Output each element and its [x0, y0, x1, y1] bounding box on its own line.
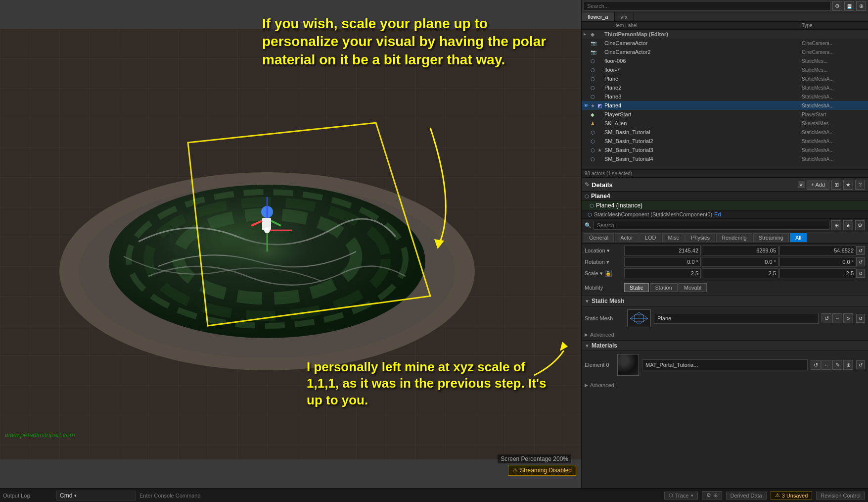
advanced-row-2[interactable]: ▶ Advanced: [582, 381, 868, 390]
bottom-right: ⬡ Trace ▾ ⚙ ⊞ Derived Data ⚠ 3 Unsaved R…: [664, 491, 865, 500]
details-table-btn[interactable]: ⊞: [831, 220, 841, 230]
filter-tab-all[interactable]: All: [790, 233, 807, 242]
list-item[interactable]: ⬡ SM_Basin_Tutorial2 StaticMeshA...: [582, 137, 868, 146]
mobility-static-btn[interactable]: Static: [624, 283, 649, 292]
bottom-bar: Output Log Cmd ▾ ⬡ Trace ▾ ⚙ ⊞ Derived D…: [0, 488, 868, 502]
filter-tab-streaming[interactable]: Streaming: [753, 233, 789, 242]
unsaved-icon: ⚠: [775, 492, 780, 499]
details-search-input[interactable]: [594, 221, 829, 230]
svg-line-13: [251, 221, 262, 226]
static-mesh-browse-btn[interactable]: ↺: [822, 313, 831, 323]
svg-rect-0: [0, 29, 581, 459]
svg-rect-1: [0, 29, 581, 459]
list-item[interactable]: ⬡ SM_Basin_Tutorial4 StaticMeshA...: [582, 154, 868, 163]
filter-tab-misc[interactable]: Misc: [662, 233, 685, 242]
details-close-button[interactable]: ×: [798, 181, 805, 188]
location-x-input[interactable]: [624, 246, 701, 255]
list-item[interactable]: ⬡ Plane2 StaticMeshA...: [582, 83, 868, 92]
static-mesh-use-btn[interactable]: ←: [832, 313, 842, 323]
material-edit-btn[interactable]: ✎: [832, 360, 842, 370]
list-item[interactable]: ⬡ SM_Basin_Tutorial StaticMeshA...: [582, 128, 868, 137]
details-add-button[interactable]: + Add: [807, 180, 829, 190]
settings-icon-2[interactable]: ⊞: [713, 492, 718, 499]
outliner-settings-btn[interactable]: [832, 1, 842, 11]
static-mesh-arrow: ▼: [585, 299, 590, 304]
svg-point-8: [178, 214, 356, 299]
scale-x-input[interactable]: [624, 268, 701, 278]
output-log-label[interactable]: Output Log: [3, 493, 52, 499]
outliner: ⊕ flower_a vfx Item Label Type ▸ ◆ T: [582, 0, 868, 178]
rotation-reset-btn[interactable]: ↺: [856, 257, 865, 266]
details-layout-btn[interactable]: ⊞: [831, 180, 841, 190]
location-z-input[interactable]: [779, 246, 856, 255]
static-mesh-reset-btn[interactable]: ↺: [856, 314, 865, 323]
filter-tab-general[interactable]: General: [584, 233, 614, 242]
mobility-movable-btn[interactable]: Movabl: [679, 283, 707, 292]
outliner-extra-btn[interactable]: ⊕: [856, 1, 866, 11]
materials-section-header[interactable]: ▼ Materials: [582, 340, 868, 351]
list-item[interactable]: ⬡ floor-7 StaticMes...: [582, 65, 868, 74]
static-mesh-label: Static Mesh: [585, 315, 624, 321]
outliner-status: 98 actors (1 selected): [582, 169, 868, 177]
list-item[interactable]: ◆ PlayerStart PlayerStart: [582, 110, 868, 119]
scale-dropdown[interactable]: Scale ▾: [585, 270, 603, 277]
mobility-stationary-btn[interactable]: Station: [650, 283, 678, 292]
rotation-z-input[interactable]: [779, 257, 856, 267]
scale-z-input[interactable]: [779, 268, 856, 278]
details-component-edit[interactable]: Ed: [714, 211, 721, 217]
location-y-input[interactable]: [702, 246, 778, 255]
scale-lock-btn[interactable]: 🔒: [605, 270, 612, 277]
material-element-label: Element 0: [585, 362, 614, 368]
list-item[interactable]: 📷 CineCameraActor2 CineCamera...: [582, 48, 868, 56]
filter-tab-lod[interactable]: LOD: [640, 233, 662, 242]
rotation-x-input[interactable]: [624, 257, 701, 267]
material-browse-btn[interactable]: ↺: [811, 360, 821, 370]
trace-badge[interactable]: ⬡ Trace ▾: [664, 492, 698, 500]
material-extra-btn[interactable]: ⊕: [843, 360, 853, 370]
filter-tab-physics[interactable]: Physics: [685, 233, 715, 242]
advanced-row-1[interactable]: ▶ Advanced: [582, 330, 868, 339]
cmd-dropdown[interactable]: Cmd ▾: [56, 491, 136, 501]
advanced-arrow-icon: ▶: [585, 332, 588, 337]
details-actor-header: ⬡ Plane4: [582, 192, 868, 201]
location-reset-btn[interactable]: ↺: [856, 246, 865, 255]
list-item[interactable]: ⬡ Plane StaticMeshA...: [582, 74, 868, 83]
list-item-plane4[interactable]: 👁 ★ ◩ Plane4 StaticMeshA...: [582, 101, 868, 110]
static-mesh-section-header[interactable]: ▼ Static Mesh: [582, 296, 868, 306]
list-item[interactable]: ⬡ Plane3 StaticMeshA...: [582, 92, 868, 101]
outliner-row-map-group[interactable]: ▸ ◆ ThirdPersonMap (Editor): [582, 30, 868, 39]
details-star-btn[interactable]: ★: [843, 180, 853, 190]
tab-flower-a[interactable]: flower_a: [582, 12, 615, 21]
details-star2-btn[interactable]: ★: [843, 220, 853, 230]
list-item[interactable]: ⬡ floor-006 StaticMes...: [582, 56, 868, 65]
material-use-btn[interactable]: ←: [822, 360, 831, 370]
tab-vfx[interactable]: vfx: [615, 12, 634, 21]
filter-tab-rendering[interactable]: Rendering: [716, 233, 752, 242]
settings-icon-1[interactable]: ⚙: [706, 492, 711, 499]
derived-data-badge[interactable]: Derived Data: [726, 492, 767, 500]
material-thumbnail: [617, 354, 639, 376]
rotation-dropdown[interactable]: Rotation ▾: [585, 259, 609, 265]
viewport[interactable]: If you wish, scale your plane up to pers…: [0, 0, 581, 488]
scale-reset-btn[interactable]: ↺: [856, 269, 865, 278]
unsaved-badge[interactable]: ⚠ 3 Unsaved: [771, 491, 813, 500]
main-area: If you wish, scale your plane up to pers…: [0, 0, 868, 488]
material-reset-btn[interactable]: ↺: [856, 360, 865, 369]
scale-y-input[interactable]: [702, 268, 778, 278]
filter-tab-actor[interactable]: Actor: [615, 233, 639, 242]
rotation-y-input[interactable]: [702, 257, 778, 267]
revision-control-badge[interactable]: Revision Control: [816, 492, 865, 500]
location-dropdown[interactable]: Location ▾: [585, 248, 610, 254]
list-item[interactable]: ⬡ ★ SM_Basin_Tutorial3 StaticMeshA...: [582, 146, 868, 154]
outliner-save-btn[interactable]: [844, 1, 854, 11]
details-help-btn[interactable]: ?: [855, 180, 865, 190]
list-item[interactable]: ♟ SK_Alien SkeletalMes...: [582, 119, 868, 128]
list-item[interactable]: 📷 CineCameraActor CineCamera...: [582, 39, 868, 48]
console-command-input[interactable]: [139, 493, 288, 499]
outliner-search-input[interactable]: [584, 1, 830, 11]
details-title: Details: [592, 181, 796, 189]
details-gear-btn[interactable]: ⚙: [855, 220, 865, 230]
transform-section: Location ▾ ↺ Rotation ▾: [582, 244, 868, 282]
svg-rect-2: [0, 29, 581, 459]
static-mesh-open-btn[interactable]: ⊳: [843, 313, 853, 323]
